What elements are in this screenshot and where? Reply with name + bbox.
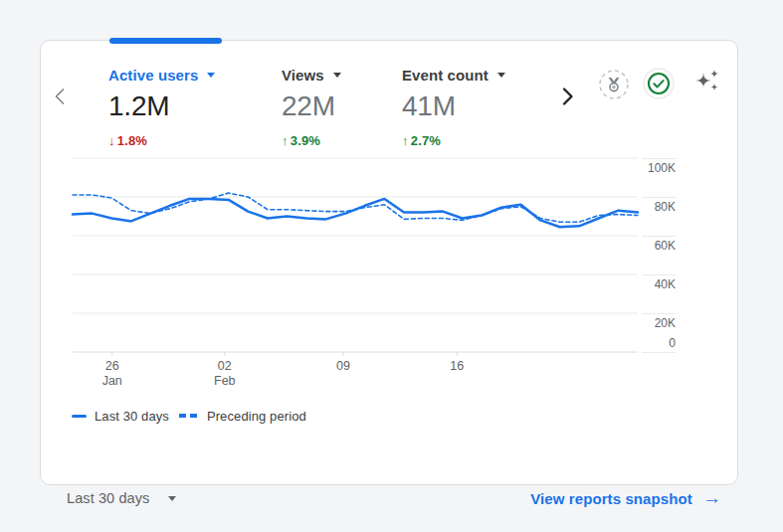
legend-label-current: Last 30 days — [95, 409, 169, 424]
chevron-down-icon — [207, 73, 215, 78]
y-axis-tick-label: 60K — [642, 239, 676, 253]
y-axis-labels: 100K80K60K40K20K0 — [642, 158, 676, 357]
y-grid-segment — [642, 352, 676, 353]
date-range-selector[interactable]: Last 30 days — [67, 486, 176, 510]
x-axis-tick-label: 02Feb — [201, 359, 249, 389]
previous-metrics-button[interactable] — [48, 83, 72, 110]
y-grid-segment — [642, 158, 676, 159]
dashed-line-swatch — [179, 414, 199, 418]
y-axis-tick-label: 80K — [642, 200, 676, 214]
trend-up-arrow-icon: ↑ — [402, 133, 409, 148]
right-arrow-icon: → — [702, 489, 721, 507]
x-axis-tick-label: 26Jan — [89, 359, 136, 389]
metric-value: 22M — [282, 90, 341, 122]
x-axis-tick-label: 16 — [433, 359, 481, 374]
metric-delta: ↓1.8% — [108, 133, 215, 148]
chevron-down-icon — [168, 496, 176, 501]
y-grid-segment — [642, 313, 676, 314]
metric-tab-active-users[interactable]: Active users 1.2M ↓1.8% — [108, 67, 215, 148]
x-axis-labels: 26Jan02Feb0916 — [73, 359, 638, 391]
y-axis-tick-label: 40K — [642, 277, 676, 291]
trend-chart — [73, 158, 638, 357]
benchmarking-medal-icon[interactable] — [598, 69, 630, 100]
home-overview-card: Active users 1.2M ↓1.8% Views 22M ↑3.9% … — [40, 40, 738, 485]
metric-delta: ↑3.9% — [282, 133, 341, 148]
metric-label: Active users — [108, 67, 215, 84]
metric-tab-views[interactable]: Views 22M ↑3.9% — [282, 67, 341, 148]
chevron-left-icon — [54, 88, 66, 105]
metric-tab-event-count[interactable]: Event count 41M ↑2.7% — [402, 67, 505, 148]
insights-sparkle-icon[interactable] — [692, 65, 724, 96]
metric-label: Views — [282, 67, 341, 84]
selected-metric-tab-indicator — [109, 38, 222, 44]
trend-up-arrow-icon: ↑ — [282, 133, 289, 148]
chevron-down-icon — [497, 73, 505, 78]
y-grid-segment — [642, 236, 676, 237]
chevron-down-icon — [333, 73, 341, 78]
y-grid-segment — [642, 274, 676, 275]
chevron-right-icon — [561, 87, 574, 106]
trend-down-arrow-icon: ↓ — [108, 133, 115, 148]
y-axis-tick-label: 20K — [642, 316, 676, 330]
view-reports-snapshot-link[interactable]: View reports snapshot→ — [530, 486, 721, 510]
solid-line-swatch — [72, 415, 87, 418]
data-quality-check-icon[interactable] — [643, 68, 675, 99]
metric-label: Event count — [402, 67, 505, 84]
x-axis-tick-label: 09 — [319, 359, 367, 374]
metric-value: 1.2M — [108, 90, 215, 122]
chart-legend: Last 30 days Preceding period — [72, 407, 316, 425]
page-background: Active users 1.2M ↓1.8% Views 22M ↑3.9% … — [0, 0, 783, 532]
y-grid-segment — [642, 197, 676, 198]
y-axis-tick-label: 100K — [642, 161, 676, 175]
y-axis-tick-label: 0 — [642, 336, 676, 350]
next-metrics-button[interactable] — [555, 83, 579, 110]
metric-value: 41M — [402, 90, 505, 122]
metric-delta: ↑2.7% — [402, 133, 505, 148]
legend-label-preceding: Preceding period — [207, 409, 306, 424]
